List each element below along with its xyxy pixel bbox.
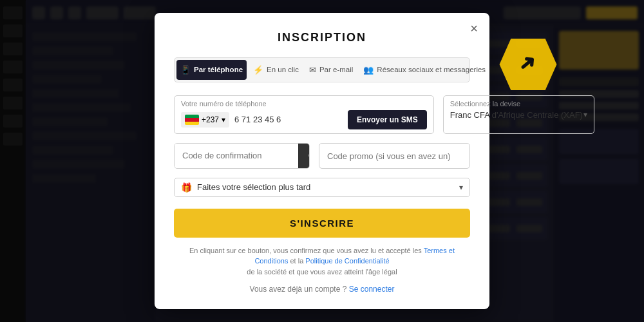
phone-currency-row: Votre numéro de téléphone +237 ▾ Envoyer… xyxy=(174,95,470,134)
tab-oneclick[interactable]: ⚡ En un clic xyxy=(249,60,303,80)
cameroon-flag xyxy=(185,115,199,125)
modal-title: INSCRIPTION xyxy=(174,31,470,44)
login-text: Vous avez déjà un compte ? Se connecter xyxy=(174,285,470,294)
phone-input-row: +237 ▾ Envoyer un SMS xyxy=(181,110,427,129)
register-button[interactable]: S'INSCRIRE xyxy=(174,209,470,238)
tab-oneclick-label: En un clic xyxy=(267,66,299,73)
promo-input[interactable] xyxy=(327,151,462,161)
terms-text: En cliquant sur ce bouton, vous confirme… xyxy=(174,245,470,278)
social-icon: 👥 xyxy=(363,65,374,75)
phone-label: Votre numéro de téléphone xyxy=(181,100,427,108)
inscription-modal: × INSCRIPTION 📱 Par téléphone ⚡ En un cl… xyxy=(155,13,489,310)
phone-code: +237 xyxy=(202,115,219,124)
registration-tabs: 📱 Par téléphone ⚡ En un clic ✉ Par e-mai… xyxy=(174,57,470,82)
tab-phone-label: Par téléphone xyxy=(194,66,243,73)
bonus-row: 🎁 Faites votre sélection plus tard ▾ xyxy=(174,178,470,197)
tab-email[interactable]: ✉ Par e-mail xyxy=(305,60,357,80)
tab-phone[interactable]: 📱 Par téléphone xyxy=(176,60,247,80)
close-button[interactable]: × xyxy=(470,22,478,35)
tab-social-label: Réseaux sociaux et messageries xyxy=(377,66,486,73)
bonus-select[interactable]: Faites votre sélection plus tard xyxy=(197,182,459,192)
confirmation-input[interactable] xyxy=(175,144,298,168)
confirm-button[interactable]: Confirmer xyxy=(298,144,310,168)
privacy-policy-link[interactable]: Politique de Confidentialité xyxy=(305,257,389,265)
currency-wrapper: Franc CFA d'Afrique Centrale (XAF) ▾ xyxy=(450,110,587,120)
phone-icon: 📱 xyxy=(180,65,191,75)
terms-and: et la xyxy=(290,257,303,265)
confirmation-field: Confirmer xyxy=(174,143,310,169)
terms-line1: En cliquant sur ce bouton, vous confirme… xyxy=(189,247,422,254)
bonus-chevron: ▾ xyxy=(459,183,463,192)
currency-section: Sélectionnez la devise Franc CFA d'Afriq… xyxy=(443,95,594,134)
phone-number-input[interactable] xyxy=(234,115,343,124)
phone-section: Votre numéro de téléphone +237 ▾ Envoyer… xyxy=(174,95,434,134)
bonus-icon: 🎁 xyxy=(181,182,192,193)
modal-overlay: × INSCRIPTION 📱 Par téléphone ⚡ En un cl… xyxy=(0,0,644,322)
country-flag-selector[interactable]: +237 ▾ xyxy=(181,112,229,128)
flag-chevron: ▾ xyxy=(222,115,225,124)
currency-chevron: ▾ xyxy=(583,110,587,119)
currency-label: Sélectionnez la devise xyxy=(450,100,587,108)
tab-social[interactable]: 👥 Réseaux sociaux et messageries xyxy=(359,60,489,80)
confirmation-promo-row: Confirmer xyxy=(174,143,470,169)
promo-field xyxy=(319,143,470,169)
tab-email-label: Par e-mail xyxy=(319,66,353,73)
email-icon: ✉ xyxy=(309,65,316,75)
currency-select[interactable]: Franc CFA d'Afrique Centrale (XAF) xyxy=(450,110,583,120)
terms-line2: de la société et que vous avez atteint l… xyxy=(247,268,397,276)
login-link[interactable]: Se connecter xyxy=(349,285,395,294)
already-account-text: Vous avez déjà un compte ? xyxy=(250,285,347,294)
send-sms-button[interactable]: Envoyer un SMS xyxy=(348,110,427,129)
lightning-icon: ⚡ xyxy=(253,65,263,75)
